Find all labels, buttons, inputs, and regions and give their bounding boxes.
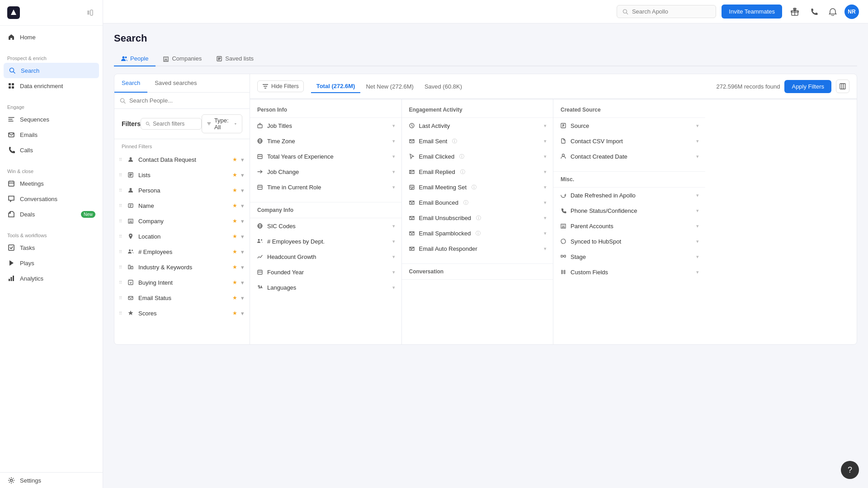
filter-row-synced-hubspot[interactable]: Synced to HubSpot ▾: [553, 234, 705, 249]
apply-filters-button[interactable]: Apply Filters: [784, 80, 831, 93]
misc-header: Misc.: [553, 171, 705, 188]
sidebar-item-plays[interactable]: Plays: [0, 255, 103, 271]
filter-row-email-spamblocked[interactable]: Email Spamblocked ⓘ ▾: [402, 225, 553, 241]
filters-search-box[interactable]: [141, 118, 202, 130]
filter-row-email-clicked[interactable]: Email Clicked ⓘ ▾: [402, 149, 553, 164]
custom-fields-icon: [560, 268, 567, 276]
sidebar-item-settings[interactable]: Settings: [0, 473, 103, 488]
pin-icon: ★: [232, 233, 237, 239]
filter-row-contact-created-date[interactable]: Contact Created Date ▾: [553, 149, 705, 164]
gift-icon[interactable]: [788, 5, 802, 19]
filter-row-headcount-growth[interactable]: Headcount Growth ▾: [250, 249, 401, 264]
hide-filters-button[interactable]: Hide Filters: [257, 80, 304, 92]
help-button[interactable]: ?: [841, 461, 859, 479]
filter-row-parent-accounts[interactable]: Parent Accounts ▾: [553, 218, 705, 234]
filter-row-email-meeting-set[interactable]: Email Meeting Set ⓘ ▾: [402, 179, 553, 195]
tab-people[interactable]: People: [114, 52, 156, 66]
filter-persona[interactable]: ⠿ Persona ★ ▾: [114, 183, 250, 198]
apollo-search-input[interactable]: [632, 8, 710, 15]
sync-icon: [560, 238, 567, 245]
tab-companies[interactable]: Companies: [156, 52, 209, 66]
conversation-header: Conversation: [402, 263, 553, 280]
apollo-search-box[interactable]: [617, 5, 716, 18]
filter-row-email-unsubscribed[interactable]: Email Unsubscribed ⓘ ▾: [402, 210, 553, 225]
tasks-icon: [7, 244, 15, 252]
filter-row-contact-csv-import[interactable]: Contact CSV Import ▾: [553, 133, 705, 149]
saved-tab[interactable]: Saved (60.8K): [419, 80, 467, 93]
user-avatar[interactable]: NR: [844, 5, 859, 19]
filter-contact-data-request[interactable]: ⠿ Contact Data Request ★ ▾: [114, 152, 250, 167]
type-select[interactable]: Type: All: [202, 114, 242, 133]
filter-row-email-bounced[interactable]: Email Bounced ⓘ ▾: [402, 195, 553, 210]
pin-icon: ★: [232, 249, 237, 255]
tab-saved-lists[interactable]: Saved lists: [209, 52, 261, 66]
search-tab[interactable]: Search: [114, 74, 147, 93]
sic-codes-label: SIC Codes: [267, 223, 296, 230]
filter-row-sic-codes[interactable]: SIC Codes ▾: [250, 218, 401, 234]
filter-company[interactable]: ⠿ Company ★ ▾: [114, 213, 250, 229]
buying-intent-filter-icon: [127, 278, 135, 286]
tab-companies-label: Companies: [172, 55, 202, 62]
filter-row-source[interactable]: Source ▾: [553, 118, 705, 133]
job-change-icon: [256, 168, 264, 175]
filter-row-time-in-role[interactable]: Time in Current Role ▾: [250, 179, 401, 195]
search-people-input[interactable]: [129, 97, 244, 104]
filter-row-date-refreshed[interactable]: Date Refreshed in Apollo ▾: [553, 188, 705, 203]
filters-search-input[interactable]: [153, 121, 197, 127]
phone-icon[interactable]: [807, 5, 821, 19]
filter-row-job-change[interactable]: Job Change ▾: [250, 164, 401, 179]
records-count: 272.596M records found: [717, 83, 780, 90]
sidebar-item-emails[interactable]: Emails: [0, 127, 103, 142]
sidebar-item-tasks[interactable]: Tasks: [0, 240, 103, 255]
total-tab[interactable]: Total (272.6M): [311, 80, 361, 93]
filter-lists[interactable]: ⠿ Lists ★ ▾: [114, 167, 250, 183]
caret: ▾: [696, 269, 699, 275]
filter-scores[interactable]: ⠿ Scores ★ ▾: [114, 305, 250, 321]
filter-email-status[interactable]: ⠿ Email Status ★ ▾: [114, 290, 250, 305]
net-new-tab[interactable]: Net New (272.6M): [360, 80, 419, 93]
filter-row-time-zone[interactable]: Time Zone ▾: [250, 133, 401, 149]
filter-name[interactable]: ⠿ Name ★ ▾: [114, 198, 250, 213]
filter-row-email-replied[interactable]: Email Replied ⓘ ▾: [402, 164, 553, 179]
filter-row-email-auto-responder[interactable]: Email Auto Responder ▾: [402, 241, 553, 256]
filter-employees[interactable]: ⠿ # Employees ★ ▾: [114, 244, 250, 259]
growth-icon: [256, 253, 264, 260]
persona-filter-icon: [127, 186, 135, 194]
sidebar-item-sequences[interactable]: Sequences: [0, 112, 103, 127]
filter-row-founded-year[interactable]: Founded Year ▾: [250, 264, 401, 280]
caret: ▾: [392, 285, 395, 291]
filter-row-phone-status[interactable]: Phone Status/Confidence ▾: [553, 203, 705, 218]
caret-icon: ▾: [241, 264, 244, 271]
sidebar-item-conversations[interactable]: Conversations: [0, 191, 103, 206]
filter-row-left: Founded Year: [256, 268, 304, 276]
sidebar-item-home[interactable]: Home: [0, 29, 103, 45]
sidebar-item-calls[interactable]: Calls: [0, 142, 103, 158]
filter-industry-keywords[interactable]: ⠿ Industry & Keywords ★ ▾: [114, 259, 250, 275]
sidebar-item-analytics[interactable]: Analytics: [0, 271, 103, 286]
filter-buying-intent[interactable]: ⠿ Buying Intent ★ ▾: [114, 275, 250, 290]
invite-teammates-button[interactable]: Invite Teammates: [722, 5, 782, 19]
filter-row-stage[interactable]: Stage ▾: [553, 249, 705, 264]
caret: ▾: [392, 223, 395, 229]
filter-row-employees-dept[interactable]: # Employees by Dept. ▾: [250, 234, 401, 249]
filter-row-left: Last Activity: [408, 122, 450, 129]
filter-row-last-activity[interactable]: Last Activity ▾: [402, 118, 553, 133]
sidebar-toggle[interactable]: [85, 7, 95, 18]
filter-row-custom-fields[interactable]: Custom Fields ▾: [553, 264, 705, 280]
sidebar-item-meetings[interactable]: Meetings: [0, 176, 103, 191]
filter-location[interactable]: ⠿ Location ★ ▾: [114, 229, 250, 244]
sidebar-item-search[interactable]: Search: [4, 63, 99, 78]
filter-row-total-years[interactable]: Total Years of Experience ▾: [250, 149, 401, 164]
saved-searches-tab[interactable]: Saved searches: [147, 74, 204, 93]
filter-row-email-sent[interactable]: Email Sent ⓘ ▾: [402, 133, 553, 149]
sidebar-item-data-enrichment[interactable]: Data enrichment: [0, 78, 103, 94]
engagement-activity-column: Engagement Activity Last Activity ▾: [402, 99, 554, 344]
email-status-filter-icon: [127, 294, 135, 302]
filter-row-job-titles[interactable]: Job Titles ▾: [250, 118, 401, 133]
svg-rect-39: [128, 296, 133, 300]
page-tabs: People Companies Saved lists: [114, 52, 857, 66]
filter-row-languages[interactable]: Languages ▾: [250, 280, 401, 295]
bell-icon[interactable]: [826, 5, 840, 19]
sidebar-item-deals[interactable]: Deals New: [0, 206, 103, 222]
columns-icon-btn[interactable]: [836, 80, 849, 93]
